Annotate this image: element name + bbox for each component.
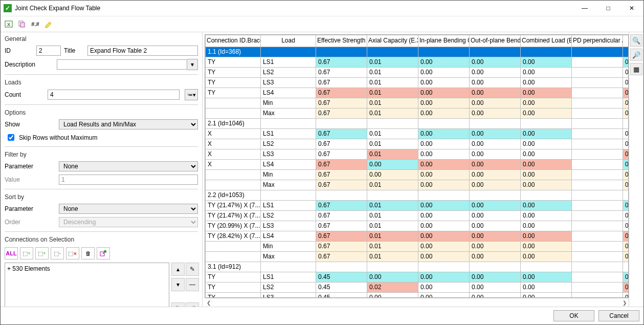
table-cell[interactable]: 0 <box>623 169 629 180</box>
table-cell[interactable]: 0.00 <box>521 98 572 108</box>
table-cell[interactable]: 0.00 <box>521 77 572 88</box>
table-cell[interactable]: Max <box>261 180 316 190</box>
table-header[interactable]: Effective Strength (E.3-1) <box>316 35 367 47</box>
table-cell[interactable]: 0.67 <box>316 159 367 169</box>
table-cell[interactable] <box>572 241 623 251</box>
table-row[interactable]: Min0.670.010.000.000.000 <box>206 98 629 108</box>
table-cell[interactable]: 0.00 <box>418 241 470 251</box>
table-cell[interactable]: LS3 <box>261 221 316 231</box>
table-row[interactable]: TY (21.47%) X (7...LS20.670.010.000.000.… <box>206 210 629 221</box>
table-row[interactable]: Min0.670.000.000.000.000 <box>206 169 629 180</box>
table-cell[interactable]: 0.01 <box>367 139 418 149</box>
table-cell[interactable]: 0 <box>623 292 629 298</box>
table-row[interactable]: TYLS10.670.010.000.000.000 <box>206 57 629 67</box>
table-header[interactable]: Connection ID.Brace # <box>206 35 261 47</box>
table-cell[interactable]: 0.00 <box>470 108 521 118</box>
table-cell[interactable]: 0.00 <box>470 251 521 262</box>
sort-parameter-select[interactable]: None <box>59 204 198 214</box>
table-header[interactable]: Axial Capacity (E.3-2) <box>367 35 418 47</box>
table-cell[interactable] <box>470 118 521 128</box>
zoom-extent-button[interactable]: 🔎 <box>186 302 199 307</box>
table-cell[interactable]: 0 <box>623 108 629 118</box>
table-header[interactable]: Out-of-plane Bending Capacity (E.3-3) <box>470 35 521 47</box>
table-cell[interactable]: LS4 <box>261 231 316 241</box>
table-cell[interactable] <box>572 98 623 108</box>
table-cell[interactable]: 0.67 <box>316 67 367 77</box>
table-cell[interactable] <box>206 108 261 118</box>
description-input[interactable] <box>57 59 187 70</box>
minimize-button[interactable]: — <box>573 1 596 16</box>
table-cell[interactable] <box>261 190 316 200</box>
table-cell[interactable]: 0.67 <box>316 128 367 139</box>
find-button[interactable]: 🔍 <box>630 34 642 47</box>
table-cell[interactable] <box>521 262 572 272</box>
table-row[interactable]: XLS40.670.000.000.000.000 <box>206 159 629 169</box>
table-cell[interactable]: 0.67 <box>316 210 367 221</box>
table-cell[interactable]: 0.01 <box>367 200 418 210</box>
table-cell[interactable]: 0.67 <box>316 139 367 149</box>
table-row[interactable]: TYLS30.670.010.000.000.000 <box>206 77 629 88</box>
table-cell[interactable]: 1.1 (Id=368) <box>206 47 261 57</box>
table-cell[interactable]: 0.00 <box>418 128 470 139</box>
select-export-button[interactable] <box>97 247 110 259</box>
table-cell[interactable]: 0.67 <box>316 77 367 88</box>
table-cell[interactable]: 0.00 <box>470 169 521 180</box>
table-cell[interactable] <box>470 47 521 57</box>
table-cell[interactable]: 0.00 <box>521 128 572 139</box>
table-cell[interactable]: TY <box>206 292 261 298</box>
table-cell[interactable]: 0.00 <box>470 292 521 298</box>
table-cell[interactable]: 0.00 <box>470 180 521 190</box>
table-row[interactable]: TY (20.99%) X (7...LS30.670.010.000.000.… <box>206 221 629 231</box>
select-remove-button[interactable]: ⬚- <box>51 247 64 259</box>
table-cell[interactable] <box>261 47 316 57</box>
table-cell[interactable]: 0.00 <box>470 221 521 231</box>
table-cell[interactable]: 0 <box>623 159 629 169</box>
filter-parameter-select[interactable]: None <box>59 161 198 171</box>
count-input[interactable] <box>48 90 180 100</box>
table-cell[interactable]: 0.00 <box>470 98 521 108</box>
table-cell[interactable]: TY (28.42%) X (7... <box>206 231 261 241</box>
table-cell[interactable]: 0.00 <box>470 282 521 292</box>
select-delete-button[interactable]: 🗑 <box>81 247 95 259</box>
table-cell[interactable]: LS1 <box>261 128 316 139</box>
table-cell[interactable] <box>623 262 629 272</box>
table-cell[interactable]: 0.67 <box>316 98 367 108</box>
title-input[interactable] <box>87 46 198 56</box>
table-row[interactable]: XLS10.670.010.000.000.000 <box>206 128 629 139</box>
table-cell[interactable]: LS1 <box>261 200 316 210</box>
table-row[interactable]: TY (28.42%) X (7...LS40.670.010.000.000.… <box>206 231 629 241</box>
table-cell[interactable] <box>418 262 470 272</box>
table-cell[interactable]: 0.00 <box>521 292 572 298</box>
table-cell[interactable] <box>572 159 623 169</box>
show-select[interactable]: Load Results and Min/Max <box>59 119 198 129</box>
table-cell[interactable]: 0.00 <box>418 180 470 190</box>
table-cell[interactable] <box>316 190 367 200</box>
table-cell[interactable]: 2.1 (Id=1046) <box>206 118 261 128</box>
table-cell[interactable]: 0.01 <box>367 221 418 231</box>
table-cell[interactable]: 0.01 <box>367 149 418 159</box>
table-cell[interactable]: 0.00 <box>521 200 572 210</box>
table-cell[interactable] <box>572 77 623 88</box>
table-cell[interactable] <box>206 180 261 190</box>
table-cell[interactable]: 0.00 <box>367 159 418 169</box>
table-row[interactable]: TYLS10.450.000.000.000.000 <box>206 272 629 282</box>
table-row[interactable]: Max0.670.010.000.000.000 <box>206 251 629 262</box>
table-cell[interactable] <box>572 47 623 57</box>
table-cell[interactable] <box>367 190 418 200</box>
table-cell[interactable]: LS3 <box>261 77 316 88</box>
table-cell[interactable]: 0 <box>623 282 629 292</box>
table-row[interactable]: TYLS20.670.010.000.000.000 <box>206 67 629 77</box>
table-cell[interactable] <box>572 231 623 241</box>
table-cell[interactable] <box>206 251 261 262</box>
table-cell[interactable]: 0.00 <box>418 149 470 159</box>
table-cell[interactable]: 0.00 <box>418 67 470 77</box>
table-cell[interactable]: 0.01 <box>367 67 418 77</box>
table-cell[interactable]: X <box>206 128 261 139</box>
table-row[interactable]: 3.1 (Id=912) <box>206 262 629 272</box>
table-cell[interactable]: 0.00 <box>470 128 521 139</box>
table-cell[interactable] <box>418 190 470 200</box>
table-cell[interactable]: 0.00 <box>418 57 470 67</box>
table-cell[interactable]: TY <box>206 77 261 88</box>
table-row[interactable]: Max0.670.010.000.000.000 <box>206 108 629 118</box>
table-cell[interactable] <box>418 47 470 57</box>
